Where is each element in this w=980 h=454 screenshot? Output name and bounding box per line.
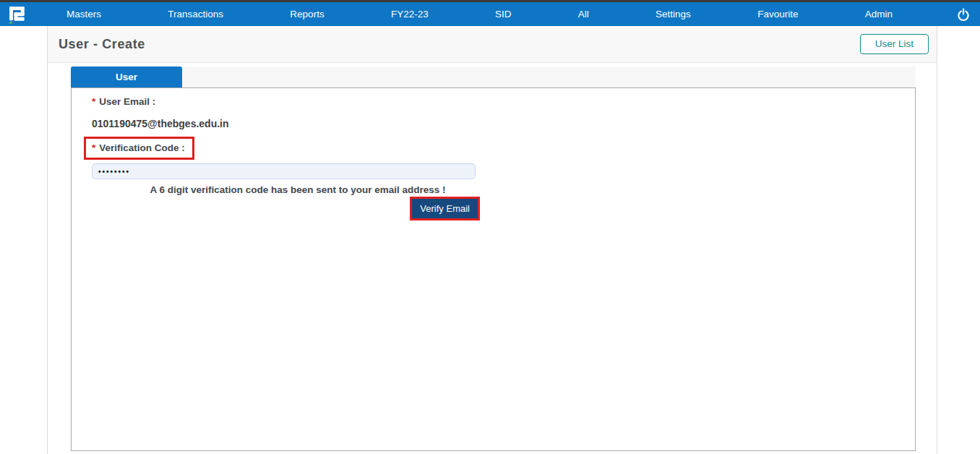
page-header: User - Create User List [48, 26, 937, 63]
user-email-value: 0101190475@thebges.edu.in [92, 118, 915, 129]
user-email-label: *User Email : [92, 96, 915, 107]
nav-item-sid[interactable]: SID [495, 9, 512, 20]
top-navbar: Masters Transactions Reports FY22-23 SID… [0, 2, 980, 26]
verify-email-button[interactable]: Verify Email [412, 199, 478, 218]
nav-menu: Masters Transactions Reports FY22-23 SID… [30, 9, 957, 20]
required-marker: * [92, 142, 95, 153]
tab-strip: User [71, 67, 916, 87]
verification-code-label-text: Verification Code : [99, 142, 185, 153]
verification-helper-text: A 6 digit verification code has been sen… [92, 184, 504, 195]
power-icon [957, 8, 970, 21]
page-content: User *User Email : 0101190475@thebges.ed… [48, 63, 937, 451]
tab-user[interactable]: User [71, 67, 182, 87]
page-container: User - Create User List User *User Email… [47, 26, 937, 454]
nav-item-masters[interactable]: Masters [66, 9, 101, 20]
user-list-button[interactable]: User List [860, 34, 929, 54]
nav-item-favourite[interactable]: Favourite [757, 9, 798, 20]
user-create-form-panel: *User Email : 0101190475@thebges.edu.in … [71, 87, 916, 451]
verify-button-row: Verify Email [92, 197, 480, 220]
nav-item-all[interactable]: All [578, 9, 589, 20]
page-title: User - Create [59, 37, 145, 52]
nav-item-admin[interactable]: Admin [865, 9, 893, 20]
verification-code-label: *Verification Code : [92, 142, 185, 153]
nav-item-settings[interactable]: Settings [656, 9, 691, 20]
logout-button[interactable] [957, 8, 970, 21]
annotation-highlight-verification-label: *Verification Code : [84, 137, 194, 160]
verification-code-input[interactable] [92, 163, 476, 179]
annotation-highlight-verify-button: Verify Email [410, 197, 480, 220]
user-email-label-text: User Email : [99, 96, 155, 107]
app-logo[interactable] [0, 5, 30, 24]
nav-item-fiscal-year[interactable]: FY22-23 [391, 9, 429, 20]
nav-item-transactions[interactable]: Transactions [168, 9, 223, 20]
required-marker: * [92, 96, 95, 107]
app-logo-icon [7, 5, 29, 24]
nav-item-reports[interactable]: Reports [290, 9, 324, 20]
